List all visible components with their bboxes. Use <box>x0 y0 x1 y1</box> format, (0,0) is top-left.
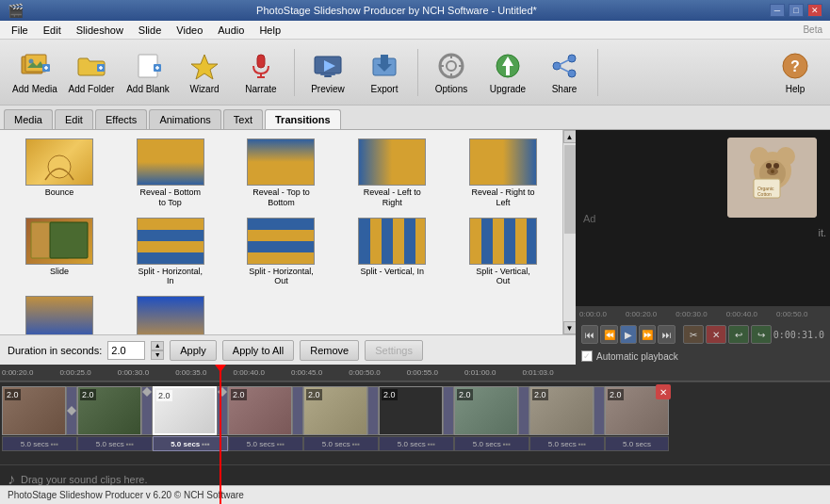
clip-dur-text-3: 5.0 secs <box>171 440 200 448</box>
redo-btn[interactable]: ↪ <box>751 325 772 344</box>
timeline-playhead[interactable] <box>220 365 221 504</box>
transition-reveal-bt[interactable]: Reveal - Bottom to Top <box>117 136 224 211</box>
options-icon <box>436 51 466 81</box>
ruler-tick-10: 0:01:03.0 <box>522 368 579 377</box>
transition-split-vi[interactable]: Split - Vertical, In <box>338 215 446 290</box>
transition-split-hi[interactable]: Split - Horizontal, In <box>117 215 224 290</box>
export-btn[interactable]: Export <box>357 44 412 101</box>
transition-split-vo[interactable]: Split - Vertical, Out <box>449 215 557 290</box>
transition-reveal-tb[interactable]: Reveal - Top to Bottom <box>228 136 335 211</box>
delete-btn[interactable]: ✕ <box>706 325 726 344</box>
clip-close-btn[interactable]: ✕ <box>656 384 671 399</box>
clip-group-7: 2.0 5.0 secs ▪▪▪ <box>454 386 529 451</box>
tab-animations[interactable]: Animations <box>149 109 220 129</box>
svg-point-25 <box>447 61 456 71</box>
autoplay-label[interactable]: ✓ Automatic playback <box>581 350 678 362</box>
tab-text[interactable]: Text <box>223 109 263 129</box>
transition-marker-2 <box>141 386 153 435</box>
autoplay-checkbox[interactable]: ✓ <box>581 350 593 362</box>
add-folder-btn[interactable]: Add Folder <box>64 44 119 101</box>
export-icon <box>369 51 399 81</box>
wizard-btn[interactable]: Wizard <box>177 44 232 101</box>
menu-help[interactable]: Help <box>252 23 288 38</box>
add-blank-btn[interactable]: Add Blank <box>121 44 175 101</box>
wipe-bt-thumb <box>25 296 93 334</box>
tab-media[interactable]: Media <box>4 109 53 129</box>
clip-thumb-4[interactable]: 2.0 <box>228 386 292 435</box>
clip-with-transition-5: 2.0 <box>303 386 379 435</box>
skip-start-btn[interactable]: ⏮ <box>581 325 598 344</box>
menu-slideshow[interactable]: Slideshow <box>69 23 131 38</box>
transition-marker-7 <box>518 386 529 435</box>
narrate-btn[interactable]: Narrate <box>234 44 288 101</box>
scroll-down-btn[interactable]: ▼ <box>563 321 577 334</box>
split-vi-thumb <box>358 218 426 265</box>
remove-btn[interactable]: Remove <box>300 340 359 361</box>
tab-transitions[interactable]: Transitions <box>265 109 341 129</box>
clip-thumb-8[interactable]: 2.0 <box>529 386 594 435</box>
clip-dur-2: 5.0 secs ▪▪▪ <box>77 436 153 451</box>
add-media-btn[interactable]: Add Media <box>8 44 62 101</box>
clips-row: 2.0 5.0 secs ▪▪▪ 2.0 <box>2 386 828 451</box>
slide-thumb <box>25 218 93 265</box>
transition-slide[interactable]: Slide <box>6 215 113 290</box>
scroll-up-btn[interactable]: ▲ <box>563 130 577 143</box>
duration-input[interactable] <box>107 341 145 360</box>
wizard-icon <box>189 51 220 81</box>
close-btn[interactable]: ✕ <box>807 4 822 17</box>
options-btn[interactable]: Options <box>424 44 479 101</box>
menu-file[interactable]: File <box>4 23 36 38</box>
clip-with-transition-8: 2.0 <box>529 386 605 435</box>
clip-with-transition-7: 2.0 <box>454 386 529 435</box>
skip-end-btn[interactable]: ⏭ <box>658 325 675 344</box>
clip-dur-6: 5.0 secs ▪▪▪ <box>379 436 454 451</box>
spin-up-btn[interactable]: ▲ <box>151 341 164 350</box>
spin-down-btn[interactable]: ▼ <box>151 350 164 360</box>
ruler-tick-7: 0:00:50.0 <box>349 368 406 377</box>
menu-audio[interactable]: Audio <box>210 23 252 38</box>
clip-dur-8: 5.0 secs ▪▪▪ <box>529 436 605 451</box>
clip-thumb-3[interactable]: 2.0 <box>153 386 217 435</box>
help-btn[interactable]: ? Help <box>768 44 822 101</box>
clip-thumb-6[interactable]: 2.0 <box>379 386 443 435</box>
cut-btn[interactable]: ✂ <box>683 325 704 344</box>
transition-reveal-lr[interactable]: Reveal - Left to Right <box>338 136 446 211</box>
clip-thumb-7[interactable]: 2.0 <box>454 386 518 435</box>
menu-video[interactable]: Video <box>169 23 210 38</box>
transition-wipe-tb[interactable]: Wipe - Top to Bottom <box>117 293 224 334</box>
clip-dur-text-last: 5.0 secs <box>623 440 651 448</box>
clip-thumb-1[interactable]: 2.0 <box>2 386 66 435</box>
clip-group-last: 2.0 ✕ 5.0 secs <box>605 386 669 451</box>
settings-btn[interactable]: Settings <box>365 340 423 361</box>
preview-btn[interactable]: Preview <box>301 44 355 101</box>
transition-bounce[interactable]: Bounce <box>6 136 113 211</box>
transition-split-ho[interactable]: Split - Horizontal, Out <box>228 215 335 290</box>
scroll-track[interactable] <box>564 145 576 234</box>
help-icon: ? <box>780 51 810 81</box>
narrate-label: Narrate <box>245 84 276 94</box>
menu-slide[interactable]: Slide <box>131 23 169 38</box>
clip-dots-3: ▪▪▪ <box>202 440 210 448</box>
transition-marker-4 <box>292 386 303 435</box>
apply-all-btn[interactable]: Apply to All <box>222 340 294 361</box>
menu-edit[interactable]: Edit <box>36 23 69 38</box>
clip-thumb-5[interactable]: 2.0 <box>303 386 367 435</box>
step-fwd-btn[interactable]: ⏩ <box>639 325 656 344</box>
apply-btn[interactable]: Apply <box>170 340 217 361</box>
maximize-btn[interactable]: □ <box>789 4 804 17</box>
minimize-btn[interactable]: ─ <box>770 4 785 17</box>
tab-edit[interactable]: Edit <box>55 109 93 129</box>
play-btn[interactable]: ▶ <box>620 325 637 344</box>
tab-effects[interactable]: Effects <box>95 109 147 129</box>
add-folder-icon <box>76 51 106 81</box>
rewind-btn[interactable]: ⏪ <box>600 325 617 344</box>
upgrade-btn[interactable]: Upgrade <box>480 44 535 101</box>
transition-reveal-rl[interactable]: Reveal - Right to Left <box>449 136 557 211</box>
ruler-tick-5: 0:00:40.0 <box>234 368 291 377</box>
undo-btn[interactable]: ↩ <box>728 325 749 344</box>
transition-wipe-bt[interactable]: Wipe - Bottom to Top <box>6 293 113 334</box>
clip-with-transition-4: 2.0 <box>228 386 303 435</box>
share-btn[interactable]: Share <box>537 44 592 101</box>
clip-dur-text-5: 5.0 secs <box>322 440 350 448</box>
clip-thumb-2[interactable]: 2.0 <box>77 386 141 435</box>
